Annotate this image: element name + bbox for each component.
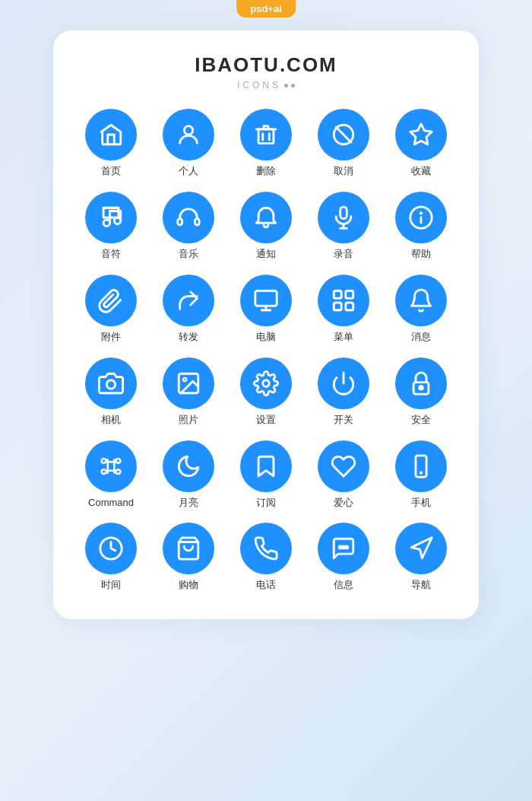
icon-circle-moon [163,440,214,492]
svg-line-5 [336,127,351,142]
dot1 [284,84,288,87]
icon-label-person: 个人 [179,165,198,178]
icon-label-delete: 删除 [256,165,276,178]
icon-item-settings: 设置 [232,358,300,427]
icon-circle-person [163,109,214,161]
icon-circle-settings [240,358,292,409]
icon-circle-command [85,440,137,492]
icon-label-menu: 菜单 [334,331,353,344]
icon-label-collect: 收藏 [411,165,431,178]
icon-item-menu: 菜单 [309,275,378,344]
icon-circle-delete [240,109,292,161]
svg-point-0 [184,126,192,135]
svg-rect-27 [346,303,353,310]
icon-circle-sms [318,523,369,574]
icon-item-record: 录音 [309,192,378,261]
icon-item-subscribe: 订阅 [232,440,300,510]
svg-rect-35 [108,462,115,470]
card-header: IBAOTU.COM ICONS [76,53,456,91]
icon-circle-heart [318,440,369,492]
icon-circle-notify [240,192,292,243]
icon-label-help: 帮助 [411,248,431,261]
icon-item-delete: 删除 [232,109,300,178]
icon-label-forward: 转发 [179,331,198,344]
svg-rect-24 [334,291,341,298]
card-subtitle: ICONS [76,80,456,91]
icon-label-security: 安全 [411,414,431,427]
icons-grid: 首页个人删除取消收藏音符音乐通知录音帮助附件转发电脑菜单消息相机照片设置开关安全… [76,109,456,592]
svg-rect-25 [346,291,353,298]
icon-item-heart: 爱心 [309,440,378,510]
icon-item-phone-mobile: 手机 [387,440,455,510]
icon-item-cancel: 取消 [309,109,378,178]
icon-label-record: 录音 [334,248,353,261]
icon-label-sms: 信息 [334,579,353,592]
icon-circle-forward [163,275,214,326]
icon-item-collect: 收藏 [387,109,455,178]
icon-circle-music-note [85,192,137,243]
icon-circle-time [85,523,137,574]
icon-circle-subscribe [240,440,292,492]
icon-label-photo: 照片 [179,414,198,427]
icon-item-forward: 转发 [154,275,223,344]
icon-item-phone: 电话 [232,523,300,592]
icon-item-computer: 电脑 [232,275,300,344]
icon-item-navi: 导航 [387,523,455,592]
icon-circle-music [163,192,214,243]
icon-label-navi: 导航 [411,579,431,592]
svg-point-31 [263,380,270,386]
icon-label-subscribe: 订阅 [256,497,276,510]
icon-item-sms: 信息 [309,523,378,592]
icon-circle-cancel [318,109,369,161]
icon-circle-photo [163,358,214,409]
icon-circle-home [85,109,137,161]
icon-item-photo: 照片 [154,358,223,427]
dot2 [291,84,295,87]
icon-circle-navi [395,523,447,574]
icon-label-notify: 通知 [256,248,276,261]
icon-item-shop: 购物 [154,523,223,592]
card-title: IBAOTU.COM [76,53,456,77]
icon-circle-phone-mobile [395,440,447,492]
icon-label-settings: 设置 [256,414,276,427]
icon-circle-collect [395,109,447,161]
top-badge: psd+ai [236,0,296,17]
svg-rect-26 [334,303,341,310]
icon-label-power: 开关 [334,414,353,427]
icon-circle-security [395,358,447,409]
svg-point-41 [343,547,345,549]
icon-item-security: 安全 [387,358,455,427]
icon-item-notify: 通知 [232,192,300,261]
icon-item-music-note: 音符 [77,192,145,261]
icon-item-moon: 月亮 [154,440,223,510]
icon-label-phone-mobile: 手机 [411,497,431,510]
icon-circle-message [395,275,447,326]
icon-item-message: 消息 [387,275,455,344]
svg-rect-14 [195,218,200,225]
icon-label-computer: 电脑 [256,331,276,344]
svg-rect-1 [258,129,274,143]
icon-label-attach: 附件 [101,331,121,344]
icon-label-home: 首页 [101,165,121,178]
icon-circle-computer [240,275,292,326]
icon-item-person: 个人 [154,109,223,178]
icon-item-command: Command [77,440,145,510]
icon-item-help: 帮助 [387,192,455,261]
svg-point-30 [183,378,186,381]
icon-label-cancel: 取消 [334,165,353,178]
svg-marker-43 [411,538,432,558]
svg-rect-21 [255,291,277,306]
icon-label-music-note: 音符 [101,248,121,261]
icon-circle-phone [240,523,292,574]
icon-item-music: 音乐 [154,192,223,261]
icon-item-attach: 附件 [77,275,145,344]
icon-circle-record [318,192,369,243]
icon-item-power: 开关 [309,358,378,427]
icon-item-time: 时间 [77,523,145,592]
icon-circle-attach [85,275,137,326]
card: IBAOTU.COM ICONS 首页个人删除取消收藏音符音乐通知录音帮助附件转… [53,30,479,619]
icon-label-time: 时间 [101,579,121,592]
icon-label-shop: 购物 [179,579,198,592]
icon-label-camera: 相机 [101,414,121,427]
icon-label-music: 音乐 [179,248,198,261]
